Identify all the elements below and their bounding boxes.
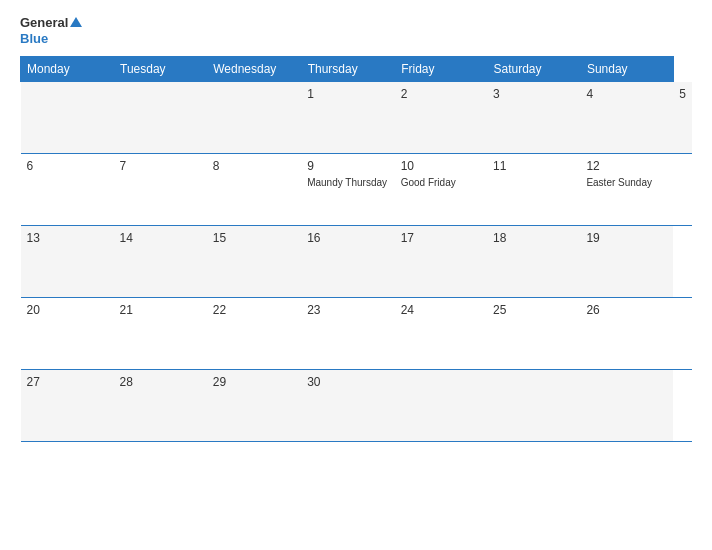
day-number: 11 <box>493 159 574 173</box>
calendar-cell: 30 <box>301 370 395 442</box>
calendar-cell <box>207 82 301 154</box>
calendar-cell: 25 <box>487 298 580 370</box>
calendar-cell: 6 <box>21 154 114 226</box>
day-number: 4 <box>586 87 667 101</box>
day-number: 5 <box>679 87 686 101</box>
day-number: 21 <box>120 303 201 317</box>
calendar-cell: 13 <box>21 226 114 298</box>
calendar-cell: 8 <box>207 154 301 226</box>
day-number: 2 <box>401 87 481 101</box>
calendar-cell: 23 <box>301 298 395 370</box>
calendar-cell: 10Good Friday <box>395 154 487 226</box>
day-number: 1 <box>307 87 389 101</box>
day-number: 30 <box>307 375 389 389</box>
calendar-cell <box>21 82 114 154</box>
logo-blue-text: Blue <box>20 31 82 47</box>
logo-general-text: General <box>20 15 68 31</box>
weekday-header-tuesday: Tuesday <box>114 57 207 82</box>
day-number: 9 <box>307 159 389 173</box>
week-row-5: 27282930 <box>21 370 693 442</box>
calendar-cell: 11 <box>487 154 580 226</box>
calendar-cell: 24 <box>395 298 487 370</box>
week-row-1: 12345 <box>21 82 693 154</box>
calendar-cell <box>487 370 580 442</box>
week-row-3: 13141516171819 <box>21 226 693 298</box>
day-number: 18 <box>493 231 574 245</box>
day-number: 12 <box>586 159 667 173</box>
calendar-cell: 19 <box>580 226 673 298</box>
calendar-cell <box>580 370 673 442</box>
calendar-cell: 16 <box>301 226 395 298</box>
day-number: 26 <box>586 303 667 317</box>
calendar-cell: 28 <box>114 370 207 442</box>
day-number: 19 <box>586 231 667 245</box>
calendar-cell: 7 <box>114 154 207 226</box>
day-number: 10 <box>401 159 481 173</box>
day-number: 20 <box>27 303 108 317</box>
calendar-cell: 18 <box>487 226 580 298</box>
holiday-label: Good Friday <box>401 176 481 189</box>
day-number: 29 <box>213 375 295 389</box>
logo: General Blue <box>20 15 82 46</box>
calendar-table: MondayTuesdayWednesdayThursdayFridaySatu… <box>20 56 692 442</box>
week-row-2: 6789Maundy Thursday10Good Friday1112East… <box>21 154 693 226</box>
day-number: 13 <box>27 231 108 245</box>
calendar-cell: 4 <box>580 82 673 154</box>
calendar-cell: 26 <box>580 298 673 370</box>
holiday-label: Maundy Thursday <box>307 176 389 189</box>
calendar-cell: 15 <box>207 226 301 298</box>
page: General Blue MondayTuesdayWednesdayThurs… <box>0 0 712 550</box>
calendar-cell: 22 <box>207 298 301 370</box>
weekday-header-sunday: Sunday <box>580 57 673 82</box>
weekday-header-row: MondayTuesdayWednesdayThursdayFridaySatu… <box>21 57 693 82</box>
calendar-cell: 3 <box>487 82 580 154</box>
calendar-cell: 29 <box>207 370 301 442</box>
day-number: 17 <box>401 231 481 245</box>
day-number: 25 <box>493 303 574 317</box>
weekday-header-friday: Friday <box>395 57 487 82</box>
calendar-cell: 12Easter Sunday <box>580 154 673 226</box>
header: General Blue <box>20 15 692 46</box>
calendar-cell: 27 <box>21 370 114 442</box>
calendar-cell: 2 <box>395 82 487 154</box>
calendar-cell: 5 <box>673 82 692 154</box>
calendar-cell <box>395 370 487 442</box>
weekday-header-wednesday: Wednesday <box>207 57 301 82</box>
day-number: 22 <box>213 303 295 317</box>
calendar-cell <box>114 82 207 154</box>
day-number: 23 <box>307 303 389 317</box>
logo-triangle-icon <box>70 17 82 27</box>
weekday-header-monday: Monday <box>21 57 114 82</box>
calendar-cell: 20 <box>21 298 114 370</box>
calendar-cell: 9Maundy Thursday <box>301 154 395 226</box>
holiday-label: Easter Sunday <box>586 176 667 189</box>
day-number: 24 <box>401 303 481 317</box>
week-row-4: 20212223242526 <box>21 298 693 370</box>
calendar-cell: 17 <box>395 226 487 298</box>
day-number: 28 <box>120 375 201 389</box>
day-number: 15 <box>213 231 295 245</box>
day-number: 27 <box>27 375 108 389</box>
day-number: 7 <box>120 159 201 173</box>
day-number: 3 <box>493 87 574 101</box>
weekday-header-saturday: Saturday <box>487 57 580 82</box>
calendar-cell: 1 <box>301 82 395 154</box>
day-number: 6 <box>27 159 108 173</box>
day-number: 16 <box>307 231 389 245</box>
day-number: 14 <box>120 231 201 245</box>
weekday-header-thursday: Thursday <box>301 57 395 82</box>
day-number: 8 <box>213 159 295 173</box>
calendar-cell: 14 <box>114 226 207 298</box>
calendar-cell: 21 <box>114 298 207 370</box>
